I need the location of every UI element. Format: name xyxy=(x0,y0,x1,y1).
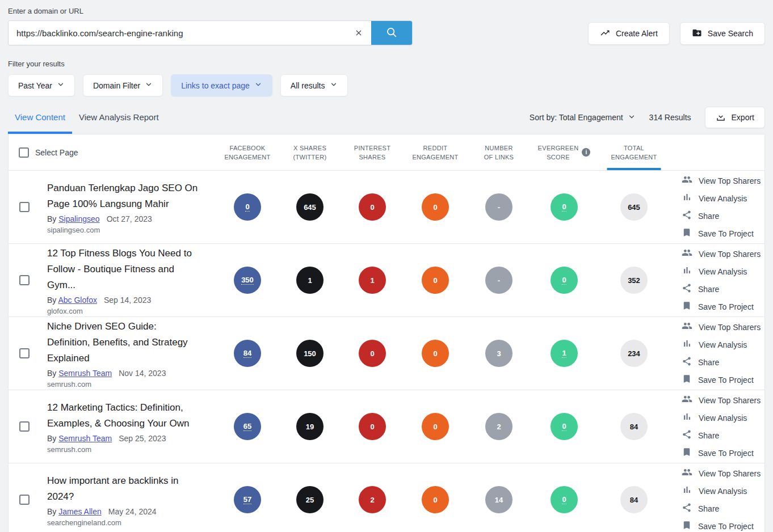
evergreen-score-value[interactable]: 0 xyxy=(551,413,578,440)
view-analysis-link[interactable]: View Analysis xyxy=(682,411,764,425)
x-shares-value: 645 xyxy=(296,193,324,221)
chip-label: Past Year xyxy=(18,81,52,90)
page: Enter a domain or URL Create Alert xyxy=(0,0,773,532)
share-link[interactable]: Share xyxy=(682,355,764,370)
tabs: View Content View Analysis Report xyxy=(8,104,166,134)
view-top-sharers-link[interactable]: View Top Sharers xyxy=(682,247,764,261)
clear-search-icon[interactable] xyxy=(346,21,371,45)
export-button[interactable]: Export xyxy=(705,107,765,128)
number-of-links-value: 3 xyxy=(485,340,512,367)
search-button[interactable] xyxy=(371,21,412,45)
facebook-engagement-value[interactable]: 65 xyxy=(234,413,261,440)
view-analysis-link[interactable]: View Analysis xyxy=(682,484,764,499)
save-to-project-link[interactable]: Save To Project xyxy=(682,299,764,314)
row-checkbox-cell xyxy=(9,390,40,463)
share-icon xyxy=(682,356,692,369)
folder-plus-icon xyxy=(692,28,702,40)
row-checkbox-cell xyxy=(9,463,40,532)
domain-search-input[interactable] xyxy=(9,21,346,45)
content-title-link[interactable]: 12 Marketing Tactics: Definition, Exampl… xyxy=(47,400,200,432)
view-top-sharers-link[interactable]: View Top Sharers xyxy=(682,393,764,408)
content-title-link[interactable]: Panduan Terlengkap Jago SEO On Page 100%… xyxy=(47,180,200,212)
create-alert-button[interactable]: Create Alert xyxy=(588,22,670,45)
tab-view-analysis-report[interactable]: View Analysis Report xyxy=(72,104,166,134)
action-label: Save To Project xyxy=(698,375,754,385)
column-header-evergreen-score: EvergreenScore i xyxy=(531,134,598,170)
people-icon xyxy=(682,467,692,480)
pinterest-shares-value: 0 xyxy=(359,340,386,367)
search-label: Enter a domain or URL xyxy=(8,7,765,15)
facebook-engagement-value[interactable]: 57 xyxy=(234,486,261,513)
content-title-link[interactable]: Niche Driven SEO Guide: Definition, Bene… xyxy=(47,319,200,366)
view-top-sharers-link[interactable]: View Top Sharers xyxy=(682,466,764,481)
action-label: Share xyxy=(698,358,719,367)
filter-chip-past-year[interactable]: Past Year xyxy=(8,74,75,96)
share-link[interactable]: Share xyxy=(682,209,764,223)
info-icon[interactable]: i xyxy=(582,148,590,157)
save-to-project-link[interactable]: Save To Project xyxy=(682,226,764,241)
sort-by-dropdown[interactable]: Sort by: Total Engagement xyxy=(530,113,636,123)
filter-chip-all-results[interactable]: All results xyxy=(280,74,348,96)
bookmark-icon xyxy=(682,520,692,532)
domain-text: semrush.com xyxy=(47,380,200,389)
row-actions: View Top Sharers View Analysis Share Sav… xyxy=(670,390,764,463)
save-to-project-link[interactable]: Save To Project xyxy=(682,446,764,461)
action-label: View Top Sharers xyxy=(699,176,761,185)
pinterest-shares-value: 0 xyxy=(359,413,386,440)
author-link[interactable]: Semrush Team xyxy=(58,369,112,378)
filter-chip-links-to-exact-page[interactable]: Links to exact page xyxy=(171,74,272,96)
row-checkbox[interactable] xyxy=(19,275,30,285)
share-link[interactable]: Share xyxy=(682,428,764,443)
filter-chip-domain-filter[interactable]: Domain Filter xyxy=(83,74,163,96)
view-analysis-link[interactable]: View Analysis xyxy=(682,337,764,352)
row-checkbox-cell xyxy=(9,171,40,243)
chip-label: Domain Filter xyxy=(93,81,140,90)
action-label: Share xyxy=(698,431,719,440)
save-search-label: Save Search xyxy=(708,29,753,38)
view-top-sharers-link[interactable]: View Top Sharers xyxy=(682,320,764,335)
facebook-engagement-value[interactable]: 350 xyxy=(234,267,261,294)
row-checkbox[interactable] xyxy=(19,495,30,505)
bookmark-icon xyxy=(682,227,692,240)
view-top-sharers-link[interactable]: View Top Sharers xyxy=(682,174,764,188)
action-label: Save To Project xyxy=(698,522,754,531)
share-link[interactable]: Share xyxy=(682,501,764,516)
evergreen-score-value[interactable]: 0 xyxy=(551,267,578,294)
row-actions: View Top Sharers View Analysis Share Sav… xyxy=(670,317,764,390)
row-checkbox[interactable] xyxy=(19,348,30,358)
select-page-checkbox[interactable] xyxy=(19,147,29,158)
column-header-x-shares: X Shares(Twitter) xyxy=(279,134,341,170)
save-to-project-link[interactable]: Save To Project xyxy=(682,519,764,532)
save-to-project-link[interactable]: Save To Project xyxy=(682,373,764,387)
total-engagement-value: 84 xyxy=(620,413,648,440)
domain-text: glofox.com xyxy=(47,307,200,315)
author-link[interactable]: Abc Glofox xyxy=(58,295,96,305)
domain-text: searchengineland.com xyxy=(47,518,200,527)
tab-view-content[interactable]: View Content xyxy=(8,104,72,134)
author-link[interactable]: James Allen xyxy=(58,507,101,516)
bar-chart-icon xyxy=(682,192,692,205)
facebook-engagement-value[interactable]: 0 xyxy=(234,193,261,221)
byline: By SipalingseoOct 27, 2023 xyxy=(47,214,200,223)
author-link[interactable]: Semrush Team xyxy=(58,434,112,443)
save-search-button[interactable]: Save Search xyxy=(680,22,765,45)
content-title-link[interactable]: 12 Top Fitness Blogs You Need to Follow … xyxy=(47,246,200,293)
row-checkbox[interactable] xyxy=(19,421,30,432)
share-link[interactable]: Share xyxy=(682,282,764,297)
column-header-total-engagement: TotalEngagement xyxy=(598,134,670,170)
row-checkbox[interactable] xyxy=(19,202,30,212)
evergreen-score-value[interactable]: 0 xyxy=(551,486,578,513)
action-label: Save To Project xyxy=(698,229,754,238)
view-analysis-link[interactable]: View Analysis xyxy=(682,191,764,206)
facebook-engagement-value[interactable]: 84 xyxy=(234,340,261,367)
content-title-link[interactable]: How important are backlinks in 2024? xyxy=(47,473,200,505)
column-header-pinterest-shares: PinterestShares xyxy=(341,134,404,170)
author-link[interactable]: Sipalingseo xyxy=(58,214,99,223)
evergreen-score-value[interactable]: 1 xyxy=(551,340,578,367)
evergreen-score-value[interactable]: 0 xyxy=(551,193,578,221)
share-icon xyxy=(682,503,692,515)
top-row: Create Alert Save Search xyxy=(8,20,765,45)
tab-label: View Analysis Report xyxy=(79,112,159,122)
select-page-cell: Select Page xyxy=(9,134,216,170)
view-analysis-link[interactable]: View Analysis xyxy=(682,264,764,279)
